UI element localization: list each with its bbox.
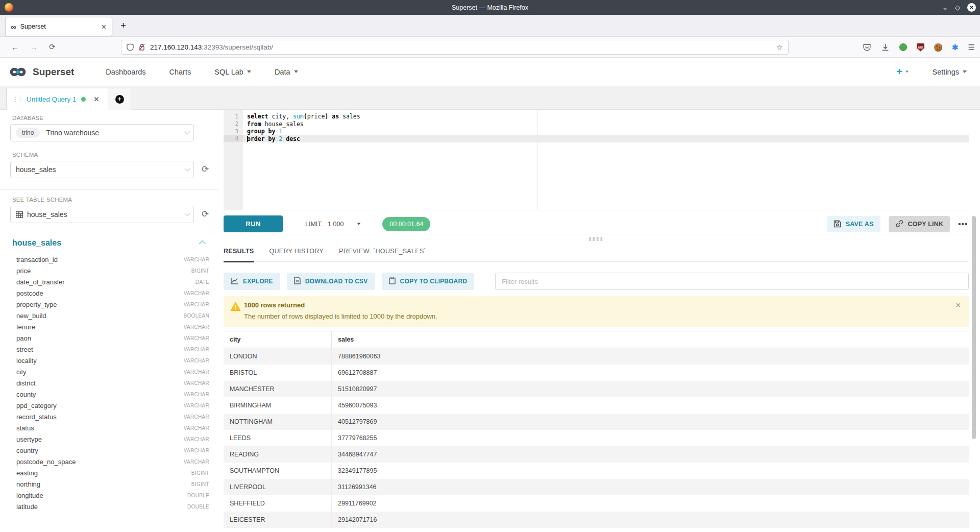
pane-splitter[interactable]: ●●●●●●●● xyxy=(224,235,969,243)
back-button[interactable]: ← xyxy=(11,43,19,52)
alert-close-icon[interactable]: ✕ xyxy=(955,301,961,309)
results-tab-preview[interactable]: PREVIEW: `HOUSE_SALES` xyxy=(339,244,426,262)
nav-item-data[interactable]: Data xyxy=(275,68,298,76)
cookie-extension-icon[interactable] xyxy=(934,43,942,52)
database-label: DATABASE xyxy=(12,115,43,121)
chevron-down-icon xyxy=(184,129,190,134)
refresh-schema-icon[interactable]: ⟳ xyxy=(200,164,210,175)
results-table: citysalesLONDON788861960063BRISTOL696127… xyxy=(224,331,969,528)
table-row: LIVERPOOL31126991346 xyxy=(224,479,969,495)
query-tab-close-icon[interactable]: ✕ xyxy=(94,95,100,103)
ublock-extension-icon[interactable]: uB xyxy=(917,43,924,52)
schema-column-row: latitudeDOUBLE xyxy=(12,501,209,512)
table-schema-title[interactable]: house_sales xyxy=(12,238,61,248)
insecure-lock-icon[interactable] xyxy=(138,43,145,51)
vpn-extension-icon[interactable] xyxy=(899,43,907,51)
drag-handle-icon[interactable]: ⋮⋮ xyxy=(13,96,22,103)
new-item-button[interactable]: + xyxy=(896,66,909,78)
schema-select[interactable]: house_sales xyxy=(10,161,194,178)
explore-button[interactable]: EXPLORE xyxy=(224,273,280,290)
column-type: VARCHAR xyxy=(184,369,209,375)
schema-column-row: longitudeDOUBLE xyxy=(12,490,209,501)
nav-item-dashboards[interactable]: Dashboards xyxy=(106,68,145,76)
url-bar[interactable]: 217.160.120.143:32393/superset/sqllab/ ☆ xyxy=(121,40,789,55)
database-select[interactable]: trino Trino warehouse xyxy=(10,124,194,141)
download-to-csv-button[interactable]: DOWNLOAD TO CSV xyxy=(287,273,375,290)
column-name: new_build xyxy=(12,312,46,320)
results-tab-query-history[interactable]: QUERY HISTORY xyxy=(270,244,324,262)
scrollbar-thumb[interactable] xyxy=(972,216,976,439)
add-query-tab[interactable]: + xyxy=(108,88,131,110)
column-header-sales[interactable]: sales xyxy=(332,336,969,343)
settings-menu[interactable]: Settings xyxy=(933,68,967,76)
copy-link-button[interactable]: COPY LINK xyxy=(889,216,950,232)
column-name: postcode_no_space xyxy=(12,458,76,466)
cell-sales: 31126991346 xyxy=(332,483,969,491)
new-tab-button[interactable]: + xyxy=(120,20,126,31)
column-type: VARCHAR xyxy=(184,414,209,420)
nav-menu: DashboardsChartsSQL LabData xyxy=(106,68,298,76)
schema-column-row: districtVARCHAR xyxy=(12,377,209,389)
code-text: select city, sum(price) as sales xyxy=(243,113,360,120)
window-close-icon[interactable]: ✕ xyxy=(967,3,976,12)
extension-asterisk-icon[interactable]: ✱ xyxy=(952,43,959,52)
table-row: READING34468947747 xyxy=(224,446,969,463)
cell-city: SOUTHAMPTON xyxy=(224,463,332,479)
downloads-icon[interactable] xyxy=(881,43,890,52)
forward-button[interactable]: → xyxy=(30,43,38,52)
table-row: SOUTHAMPTON32349177895 xyxy=(224,463,969,479)
browser-tab[interactable]: ∞ Superset ✕ xyxy=(5,17,112,36)
more-menu-button[interactable]: ••• xyxy=(958,220,968,228)
sql-editor[interactable]: 1select city, sum(price) as sales2from h… xyxy=(224,110,969,210)
nav-item-charts[interactable]: Charts xyxy=(169,68,191,76)
column-type: DOUBLE xyxy=(187,504,209,510)
column-type: BIGINT xyxy=(191,268,209,274)
query-status-dot xyxy=(81,97,86,102)
editor-line: 1select city, sum(price) as sales xyxy=(224,113,969,120)
cell-sales: 32349177895 xyxy=(332,467,969,474)
filter-results-input[interactable] xyxy=(495,273,969,290)
superset-logo-icon[interactable] xyxy=(7,65,29,79)
copy-to-clipboard-button[interactable]: COPY TO CLIPBOARD xyxy=(382,273,475,290)
url-text[interactable]: 217.160.120.143:32393/superset/sqllab/ xyxy=(150,43,776,51)
reload-button[interactable]: ⟳ xyxy=(49,42,56,52)
superset-navbar: Superset DashboardsChartsSQL LabData + S… xyxy=(0,58,980,86)
save-as-button[interactable]: SAVE AS xyxy=(827,216,880,232)
collapse-chevron-icon[interactable] xyxy=(199,240,206,247)
column-name: tenure xyxy=(12,323,35,331)
column-name: country xyxy=(12,447,38,454)
cell-city: LONDON xyxy=(224,348,332,365)
limit-dropdown[interactable]: LIMIT: 1 000 xyxy=(305,221,361,228)
tracking-shield-icon[interactable] xyxy=(127,43,134,51)
table-value: house_sales xyxy=(27,210,67,219)
window-maximize-icon[interactable]: ◇ xyxy=(955,4,960,11)
plus-circle-icon: + xyxy=(115,95,124,104)
limit-value: 1 000 xyxy=(328,221,344,228)
run-button[interactable]: RUN xyxy=(224,215,283,232)
chevron-down-icon xyxy=(184,165,190,171)
column-type: VARCHAR xyxy=(184,257,209,262)
column-name: county xyxy=(12,391,36,398)
refresh-table-icon[interactable]: ⟳ xyxy=(200,209,210,220)
schema-column-row: countryVARCHAR xyxy=(12,445,209,456)
column-header-city[interactable]: city xyxy=(224,331,332,348)
code-text: order by 2 desc xyxy=(243,135,300,142)
save-icon xyxy=(834,220,841,228)
browser-toolbar: ← → ⟳ 217.160.120.143:32393/superset/sql… xyxy=(0,37,980,58)
alert-message: The number of rows displayed is limited … xyxy=(244,312,437,320)
query-tab[interactable]: ⋮⋮ Untitled Query 1 ✕ xyxy=(6,88,108,110)
window-minimize-icon[interactable]: ⌄ xyxy=(942,4,948,11)
results-panel: RESULTSQUERY HISTORYPREVIEW: `HOUSE_SALE… xyxy=(224,244,969,532)
url-path: :32393/superset/sqllab/ xyxy=(202,43,273,51)
bookmark-star-icon[interactable]: ☆ xyxy=(776,43,783,52)
schema-column-row: property_typeVARCHAR xyxy=(12,299,209,310)
query-tab-title[interactable]: Untitled Query 1 xyxy=(27,95,77,103)
window-title: Superset — Mozilla Firefox xyxy=(0,4,980,11)
superset-brand[interactable]: Superset xyxy=(33,66,74,78)
table-select[interactable]: house_sales xyxy=(10,206,194,223)
nav-item-sql-lab[interactable]: SQL Lab xyxy=(214,68,251,76)
tab-close-icon[interactable]: ✕ xyxy=(101,23,107,31)
results-tab-results[interactable]: RESULTS xyxy=(224,244,254,262)
menu-hamburger-icon[interactable]: ☰ xyxy=(968,43,975,52)
pocket-icon[interactable] xyxy=(863,43,871,52)
